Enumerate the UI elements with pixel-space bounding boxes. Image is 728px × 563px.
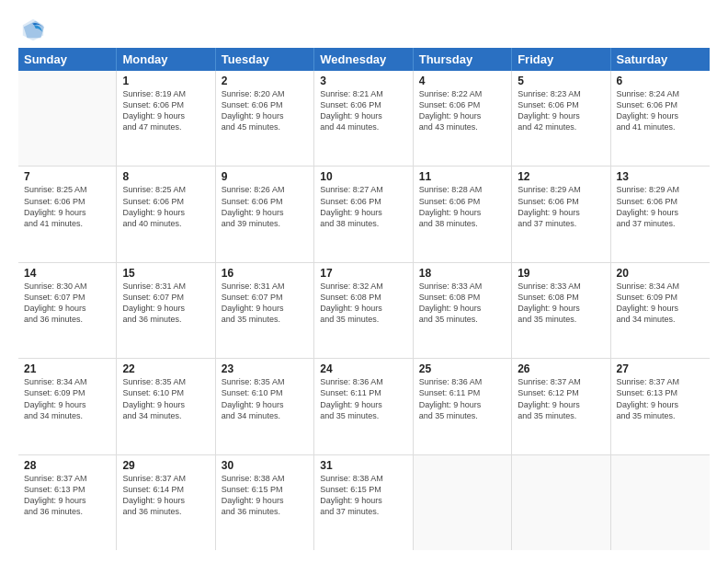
day-info-line-3: and 34 minutes. — [24, 410, 110, 421]
day-info-line-0: Sunrise: 8:26 AM — [222, 184, 308, 195]
day-info-line-1: Sunset: 6:08 PM — [518, 292, 604, 303]
day-cell-15: 15Sunrise: 8:31 AMSunset: 6:07 PMDayligh… — [117, 263, 215, 358]
day-cell-20: 20Sunrise: 8:34 AMSunset: 6:09 PMDayligh… — [611, 263, 710, 358]
week-row-3: 14Sunrise: 8:30 AMSunset: 6:07 PMDayligh… — [18, 263, 710, 359]
day-number: 5 — [518, 75, 604, 87]
day-info-line-2: Daylight: 9 hours — [320, 110, 406, 121]
day-info-line-2: Daylight: 9 hours — [320, 495, 406, 506]
day-info-line-2: Daylight: 9 hours — [122, 303, 209, 314]
day-info-line-3: and 34 minutes. — [222, 410, 308, 421]
day-info-line-3: and 36 minutes. — [122, 314, 209, 325]
header-day-friday: Friday — [512, 48, 610, 71]
day-info-line-0: Sunrise: 8:37 AM — [24, 473, 110, 484]
day-info-line-3: and 39 minutes. — [222, 218, 308, 229]
calendar-body: 1Sunrise: 8:19 AMSunset: 6:06 PMDaylight… — [18, 71, 710, 550]
day-info-line-0: Sunrise: 8:21 AM — [320, 88, 406, 99]
day-info-line-1: Sunset: 6:06 PM — [320, 99, 406, 110]
day-number: 17 — [320, 267, 406, 280]
day-info-line-1: Sunset: 6:06 PM — [24, 196, 110, 207]
day-info-line-1: Sunset: 6:11 PM — [320, 387, 406, 398]
day-number: 21 — [24, 362, 110, 375]
day-number: 10 — [320, 170, 406, 183]
day-info-line-3: and 43 minutes. — [419, 121, 506, 132]
day-info-line-3: and 36 minutes. — [122, 506, 209, 517]
day-info-line-2: Daylight: 9 hours — [222, 110, 308, 121]
day-info-line-0: Sunrise: 8:37 AM — [518, 376, 604, 387]
day-info-line-3: and 35 minutes. — [320, 314, 406, 325]
day-info-line-0: Sunrise: 8:34 AM — [24, 376, 110, 387]
day-info-line-1: Sunset: 6:06 PM — [518, 99, 604, 110]
day-cell-2: 2Sunrise: 8:20 AMSunset: 6:06 PMDaylight… — [216, 71, 314, 166]
day-number: 3 — [320, 75, 406, 87]
day-number: 8 — [122, 170, 209, 183]
day-info-line-2: Daylight: 9 hours — [617, 399, 704, 410]
day-info-line-3: and 35 minutes. — [518, 314, 604, 325]
day-info-line-0: Sunrise: 8:37 AM — [617, 376, 704, 387]
day-info-line-0: Sunrise: 8:27 AM — [320, 184, 406, 195]
day-info-line-2: Daylight: 9 hours — [222, 495, 308, 506]
header-day-thursday: Thursday — [414, 48, 512, 71]
day-info-line-2: Daylight: 9 hours — [518, 303, 604, 314]
day-info-line-2: Daylight: 9 hours — [122, 399, 209, 410]
day-info-line-1: Sunset: 6:06 PM — [222, 99, 308, 110]
empty-cell-4-6 — [611, 455, 710, 550]
day-cell-23: 23Sunrise: 8:35 AMSunset: 6:10 PMDayligh… — [216, 359, 314, 454]
empty-cell-4-4 — [414, 455, 512, 550]
day-info-line-1: Sunset: 6:06 PM — [419, 196, 506, 207]
day-info-line-0: Sunrise: 8:34 AM — [617, 281, 704, 292]
day-info-line-1: Sunset: 6:09 PM — [24, 387, 110, 398]
day-cell-10: 10Sunrise: 8:27 AMSunset: 6:06 PMDayligh… — [314, 167, 413, 261]
day-number: 2 — [222, 75, 308, 87]
day-number: 15 — [122, 267, 209, 280]
day-info-line-1: Sunset: 6:11 PM — [419, 387, 506, 398]
day-info-line-3: and 38 minutes. — [419, 218, 506, 229]
day-cell-1: 1Sunrise: 8:19 AMSunset: 6:06 PMDaylight… — [117, 71, 215, 166]
day-info-line-2: Daylight: 9 hours — [518, 110, 604, 121]
day-info-line-0: Sunrise: 8:30 AM — [24, 281, 110, 292]
header-day-tuesday: Tuesday — [216, 48, 314, 71]
day-info-line-1: Sunset: 6:13 PM — [617, 387, 704, 398]
day-number: 14 — [24, 267, 110, 280]
day-info-line-3: and 47 minutes. — [122, 121, 209, 132]
day-info-line-1: Sunset: 6:06 PM — [122, 99, 209, 110]
day-info-line-1: Sunset: 6:06 PM — [419, 99, 506, 110]
day-number: 26 — [518, 362, 604, 375]
day-info-line-2: Daylight: 9 hours — [419, 399, 506, 410]
empty-cell-4-5 — [512, 455, 610, 550]
day-info-line-1: Sunset: 6:15 PM — [320, 484, 406, 495]
day-info-line-1: Sunset: 6:10 PM — [222, 387, 308, 398]
day-info-line-0: Sunrise: 8:22 AM — [419, 88, 506, 99]
day-info-line-0: Sunrise: 8:29 AM — [518, 184, 604, 195]
day-cell-7: 7Sunrise: 8:25 AMSunset: 6:06 PMDaylight… — [18, 167, 117, 261]
day-info-line-2: Daylight: 9 hours — [518, 399, 604, 410]
day-info-line-0: Sunrise: 8:31 AM — [222, 281, 308, 292]
day-info-line-1: Sunset: 6:06 PM — [122, 196, 209, 207]
day-number: 19 — [518, 267, 604, 280]
day-cell-24: 24Sunrise: 8:36 AMSunset: 6:11 PMDayligh… — [314, 359, 413, 454]
day-info-line-3: and 34 minutes. — [617, 314, 704, 325]
day-info-line-3: and 41 minutes. — [617, 121, 704, 132]
empty-cell-0-0 — [18, 71, 117, 166]
day-info-line-1: Sunset: 6:08 PM — [320, 292, 406, 303]
day-number: 24 — [320, 362, 406, 375]
day-info-line-2: Daylight: 9 hours — [617, 110, 704, 121]
day-info-line-3: and 35 minutes. — [222, 314, 308, 325]
day-cell-27: 27Sunrise: 8:37 AMSunset: 6:13 PMDayligh… — [611, 359, 710, 454]
header — [18, 17, 710, 39]
day-number: 6 — [617, 75, 704, 87]
day-number: 20 — [617, 267, 704, 280]
day-info-line-3: and 45 minutes. — [222, 121, 308, 132]
day-info-line-0: Sunrise: 8:28 AM — [419, 184, 506, 195]
day-info-line-2: Daylight: 9 hours — [222, 207, 308, 218]
day-info-line-1: Sunset: 6:12 PM — [518, 387, 604, 398]
day-info-line-0: Sunrise: 8:36 AM — [320, 376, 406, 387]
day-number: 13 — [617, 170, 704, 183]
day-info-line-3: and 37 minutes. — [518, 218, 604, 229]
day-info-line-0: Sunrise: 8:35 AM — [122, 376, 209, 387]
day-cell-6: 6Sunrise: 8:24 AMSunset: 6:06 PMDaylight… — [611, 71, 710, 166]
day-number: 23 — [222, 362, 308, 375]
day-cell-26: 26Sunrise: 8:37 AMSunset: 6:12 PMDayligh… — [512, 359, 610, 454]
day-info-line-1: Sunset: 6:06 PM — [222, 196, 308, 207]
day-number: 11 — [419, 170, 506, 183]
day-number: 27 — [617, 362, 704, 375]
